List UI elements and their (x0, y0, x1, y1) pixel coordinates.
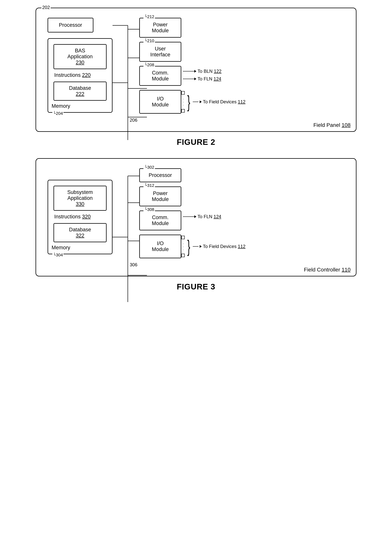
fig2-comm-module: Comm. Module (139, 66, 181, 86)
fig2-panel-label: Field Panel 108 (313, 122, 350, 128)
fig2-caption: FIGURE 2 (177, 138, 215, 147)
fig2-power-module: Power Module (139, 18, 181, 38)
fig2-processor-box: Processor (47, 18, 93, 33)
fig2-memory-ref: └204 (52, 111, 63, 116)
fig2-power-ref: └212 (144, 14, 155, 19)
fig3-left-ref: 306 (130, 262, 137, 267)
fig2-database-box: Database 222 (53, 82, 107, 101)
fig2-bln-arrow: To BLN 122 (183, 69, 221, 74)
fig2-io-connectors: ··· (181, 91, 185, 112)
fig3-io-connectors: ··· (181, 236, 185, 257)
fig2-fln-arrow: To FLN 124 (183, 76, 221, 82)
fig2-left-ref: 206 (130, 117, 137, 123)
io-square-1 (181, 91, 185, 94)
fig2-comm-ref: └208 (144, 62, 155, 67)
fig3-memory-box: Subsystem Application 330 Instructions 3… (47, 180, 112, 254)
fig3-proc-ref: └302 (144, 165, 155, 170)
fig3-power-ref: └312 (144, 183, 155, 188)
fig3-io-square-2 (181, 254, 185, 257)
fig3-fln-arrow: To FLN 124 (183, 214, 221, 219)
fig3-power-module: Power Module (139, 187, 181, 206)
fig2-user-interface: User Interface (139, 42, 181, 62)
fig3-io-square-1 (181, 236, 185, 239)
fig3-comm-module: Comm. Module (139, 210, 181, 230)
fig3-instructions-label: Instructions 320 (53, 214, 107, 220)
fig3-app-box: Subsystem Application 330 (53, 186, 107, 211)
io-square-2 (181, 109, 185, 112)
fig2-instructions-label: Instructions 220 (53, 72, 107, 78)
fig3-database-box: Database 322 (53, 223, 107, 242)
fig3-memory-label: Memory (51, 245, 70, 251)
fig2-corner-ref: 202 (42, 5, 51, 10)
fig3-io-module: I/O Module (139, 235, 181, 258)
fig3-panel-label: Field Controller 110 (304, 267, 350, 273)
fig3-comm-ref: └308 (144, 207, 155, 212)
figure3-block: Subsystem Application 330 Instructions 3… (36, 158, 356, 291)
fig3-memory-ref: └304 (52, 252, 63, 257)
fig2-io-module: I/O Module (139, 90, 181, 114)
figure2-block: 202 Processor BAS Application (36, 8, 356, 147)
fig3-caption: FIGURE 3 (177, 282, 215, 291)
fig2-ui-ref: └210 (144, 38, 155, 43)
fig2-app-box: BAS Application 230 (53, 44, 107, 69)
page-container: 202 Processor BAS Application (11, 8, 381, 291)
fig3-processor-box: Processor (139, 168, 181, 182)
fig2-io-arrow-group: } To Field Devices 112 (186, 93, 246, 110)
fig2-memory-label: Memory (51, 103, 70, 109)
fig2-memory-box: BAS Application 230 Instructions 220 Dat… (47, 38, 112, 113)
fig3-io-arrow-group: } To Field Devices 112 (186, 238, 246, 255)
fig2-comm-arrows: To BLN 122 To FLN 124 (183, 69, 221, 82)
